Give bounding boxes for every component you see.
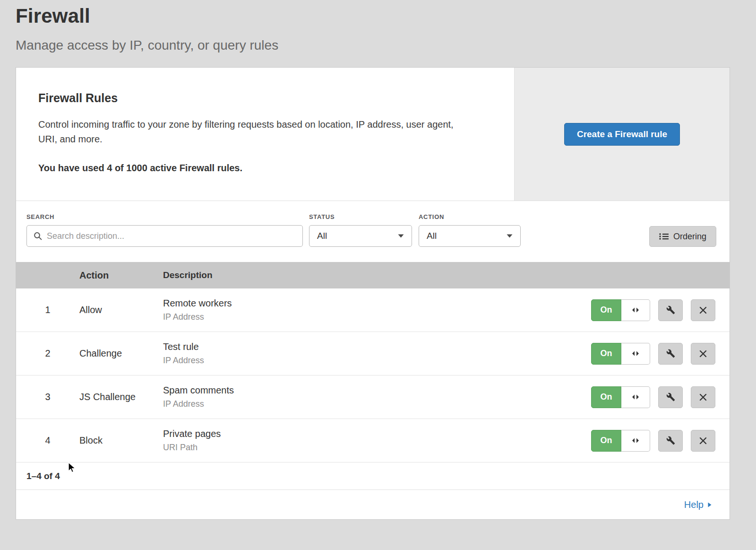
rule-number: 1 bbox=[16, 305, 79, 315]
edit-rule-button[interactable] bbox=[658, 299, 683, 321]
wrench-icon bbox=[666, 349, 675, 358]
column-header-action: Action bbox=[79, 270, 163, 281]
status-label: STATUS bbox=[309, 213, 412, 220]
delete-rule-button[interactable] bbox=[691, 299, 715, 321]
rule-description-cell: Remote workers IP Address bbox=[163, 298, 591, 322]
rule-controls: On bbox=[591, 386, 730, 408]
toggle-on-button[interactable]: On bbox=[591, 343, 621, 365]
help-link-label: Help bbox=[684, 499, 704, 510]
rule-description-cell: Test rule IP Address bbox=[163, 341, 591, 366]
rule-action: JS Challenge bbox=[79, 392, 163, 402]
toggle-arrows-button[interactable] bbox=[621, 430, 650, 452]
chevron-down-icon bbox=[507, 234, 513, 238]
toggle-arrows-button[interactable] bbox=[621, 386, 650, 408]
rule-action: Block bbox=[79, 435, 163, 446]
section-heading: Firewall Rules bbox=[38, 91, 486, 105]
delete-rule-button[interactable] bbox=[691, 386, 715, 408]
toggle-on-button[interactable]: On bbox=[591, 299, 621, 321]
action-filter: ACTION All bbox=[419, 213, 521, 247]
wrench-icon bbox=[666, 393, 675, 402]
action-label: ACTION bbox=[419, 213, 521, 220]
action-select-value: All bbox=[427, 231, 437, 241]
search-icon bbox=[34, 232, 42, 240]
column-header-description: Description bbox=[163, 270, 730, 280]
rule-number: 4 bbox=[16, 435, 79, 446]
search-input[interactable] bbox=[47, 231, 296, 241]
firewall-rules-card: Firewall Rules Control incoming traffic … bbox=[16, 67, 730, 520]
pagination: 1–4 of 4 bbox=[16, 463, 730, 490]
rule-action: Challenge bbox=[79, 348, 163, 359]
toggle-on-button[interactable]: On bbox=[591, 430, 621, 452]
edit-rule-button[interactable] bbox=[658, 430, 683, 452]
left-right-arrows-icon bbox=[632, 307, 639, 313]
delete-rule-button[interactable] bbox=[691, 343, 715, 365]
table-row: 1 Allow Remote workers IP Address On bbox=[16, 288, 730, 332]
rule-enabled-toggle[interactable]: On bbox=[591, 343, 650, 365]
table-row: 2 Challenge Test rule IP Address On bbox=[16, 332, 730, 375]
rule-enabled-toggle[interactable]: On bbox=[591, 430, 650, 452]
rule-description-cell: Spam comments IP Address bbox=[163, 385, 591, 409]
status-select-value: All bbox=[317, 231, 327, 241]
table-row: 3 JS Challenge Spam comments IP Address … bbox=[16, 375, 730, 419]
search-input-wrap[interactable] bbox=[26, 225, 303, 247]
rule-description: Remote workers bbox=[163, 298, 591, 309]
rule-match-type: IP Address bbox=[163, 356, 591, 366]
filters-bar: SEARCH STATUS All ACTION bbox=[16, 201, 730, 262]
wrench-icon bbox=[666, 306, 675, 314]
intro-text-panel: Firewall Rules Control incoming traffic … bbox=[16, 68, 514, 201]
rule-description-cell: Private pages URI Path bbox=[163, 428, 591, 453]
rule-description: Test rule bbox=[163, 341, 591, 352]
close-icon bbox=[699, 393, 707, 401]
status-filter: STATUS All bbox=[309, 213, 412, 247]
rule-controls: On bbox=[591, 299, 730, 321]
rule-description: Private pages bbox=[163, 428, 591, 439]
rule-match-type: IP Address bbox=[163, 312, 591, 322]
page-title: Firewall bbox=[16, 5, 730, 27]
rule-enabled-toggle[interactable]: On bbox=[591, 299, 650, 321]
close-icon bbox=[699, 437, 707, 445]
left-right-arrows-icon bbox=[632, 438, 639, 443]
page-header: Firewall Manage access by IP, country, o… bbox=[16, 0, 730, 53]
ordering-list-icon bbox=[659, 233, 669, 240]
table-row: 4 Block Private pages URI Path On bbox=[16, 419, 730, 463]
rule-number: 2 bbox=[16, 348, 79, 359]
rule-match-type: IP Address bbox=[163, 399, 591, 409]
ordering-button[interactable]: Ordering bbox=[649, 226, 716, 247]
toggle-arrows-button[interactable] bbox=[621, 299, 650, 321]
create-firewall-rule-button[interactable]: Create a Firewall rule bbox=[564, 123, 680, 146]
section-description: Control incoming traffic to your zone by… bbox=[38, 117, 464, 147]
usage-text: You have used 4 of 1000 active Firewall … bbox=[38, 163, 486, 174]
rule-enabled-toggle[interactable]: On bbox=[591, 386, 650, 408]
status-select[interactable]: All bbox=[309, 225, 412, 247]
delete-rule-button[interactable] bbox=[691, 430, 715, 452]
intro-action-panel: Create a Firewall rule bbox=[514, 68, 730, 201]
wrench-icon bbox=[666, 436, 675, 445]
rule-match-type: URI Path bbox=[163, 443, 591, 453]
help-row: Help bbox=[16, 490, 730, 519]
help-link[interactable]: Help bbox=[684, 499, 712, 510]
table-header-row: Action Description bbox=[16, 262, 730, 288]
ordering-button-label: Ordering bbox=[673, 232, 706, 242]
help-arrow-icon bbox=[708, 502, 712, 507]
rule-controls: On bbox=[591, 343, 730, 365]
left-right-arrows-icon bbox=[632, 394, 639, 400]
rules-table: Action Description 1 Allow Remote worker… bbox=[16, 262, 730, 463]
rule-description: Spam comments bbox=[163, 385, 591, 396]
chevron-down-icon bbox=[398, 234, 404, 238]
left-right-arrows-icon bbox=[632, 351, 639, 356]
action-select[interactable]: All bbox=[419, 225, 521, 247]
rule-number: 3 bbox=[16, 392, 79, 402]
edit-rule-button[interactable] bbox=[658, 343, 683, 365]
toggle-on-button[interactable]: On bbox=[591, 386, 621, 408]
search-filter: SEARCH bbox=[26, 213, 303, 247]
toggle-arrows-button[interactable] bbox=[621, 343, 650, 365]
intro-section: Firewall Rules Control incoming traffic … bbox=[16, 68, 730, 201]
page-subtitle: Manage access by IP, country, or query r… bbox=[16, 38, 730, 53]
search-label: SEARCH bbox=[26, 213, 303, 220]
close-icon bbox=[699, 350, 707, 358]
firewall-page: Firewall Manage access by IP, country, o… bbox=[16, 0, 730, 520]
rule-controls: On bbox=[591, 430, 730, 452]
rule-action: Allow bbox=[79, 305, 163, 315]
edit-rule-button[interactable] bbox=[658, 386, 683, 408]
close-icon bbox=[699, 306, 707, 314]
